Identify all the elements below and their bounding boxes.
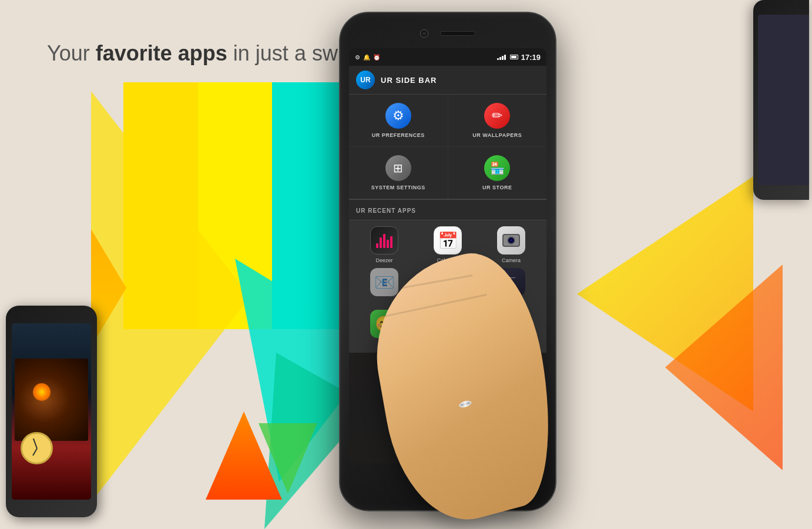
- preferences-icon: ⚙: [385, 103, 411, 129]
- phone-main-body: ⚙ 🔔 ⏰ 17:19: [339, 12, 556, 511]
- clock-face-left: [21, 432, 53, 464]
- front-camera: [420, 29, 428, 38]
- app-item-chrome[interactable]: Chrome: [418, 268, 477, 305]
- camera-label: Camera: [502, 257, 521, 263]
- screen-background: UR UR SIDE BAR ⚙ UR PREFERENCES: [349, 66, 546, 463]
- phone-left-screen-content: [12, 323, 91, 500]
- phone-left: [0, 306, 103, 529]
- camera-lens: [507, 236, 515, 245]
- calendar-icon-glyph: 📅: [438, 231, 458, 250]
- camera-icon: [497, 226, 525, 255]
- chrome-icon: [434, 268, 462, 296]
- deezer-bar-3: [383, 234, 385, 248]
- status-right-icons: 17:19: [497, 53, 541, 62]
- sidebar-menu-item-wallpapers[interactable]: ✏ UR WALLPAPERS: [448, 95, 547, 146]
- phone-home-button[interactable]: [433, 466, 462, 495]
- clock-widget: [21, 432, 53, 464]
- store-label: UR STORE: [482, 185, 512, 190]
- chrome-label: Chrome: [438, 299, 457, 305]
- settings-icon-glyph: ⊞: [393, 161, 403, 175]
- deezer-bar-5: [390, 236, 392, 248]
- svg-point-3: [447, 323, 449, 325]
- store-icon: 🏪: [484, 155, 510, 181]
- deezer-bar-1: [376, 243, 378, 248]
- recent-apps-header: UR RECENT APPS: [349, 200, 546, 220]
- app-item-calculator[interactable]: — + Calculator: [482, 268, 541, 305]
- phone-camera-area: [389, 25, 506, 42]
- sidebar-menu: ⚙ UR PREFERENCES ✏ UR WALLPAPERS: [349, 95, 546, 200]
- phone-main: ⚙ 🔔 ⏰ 17:19: [339, 12, 562, 511]
- chrome-ring-graphic: [438, 272, 458, 292]
- wallpapers-label: UR WALLPAPERS: [472, 132, 522, 138]
- dragon-background: [15, 359, 88, 441]
- sidebar-menu-item-settings[interactable]: ⊞ SYSTEM SETTINGS: [349, 147, 448, 199]
- phone-right-body: [753, 0, 809, 200]
- signal-bars-icon: [497, 54, 506, 60]
- deezer-bar-2: [380, 237, 382, 248]
- notification-icon: 🔔: [363, 54, 370, 61]
- signal-bar-3: [502, 56, 504, 60]
- app-item-calendar[interactable]: 📅 Calendar: [418, 226, 477, 263]
- status-time: 17:19: [521, 53, 541, 62]
- messaging-icon-glyph: 😊: [375, 315, 394, 333]
- sidebar-menu-item-store[interactable]: 🏪 UR STORE: [448, 147, 547, 199]
- recent-apps-title: UR RECENT APPS: [356, 207, 416, 214]
- status-left-icons: ⚙ 🔔 ⏰: [355, 54, 380, 61]
- calendar-label: Calendar: [437, 257, 459, 263]
- alarm-icon: ⏰: [373, 54, 380, 61]
- app-item-messaging[interactable]: 😊 …ing: [355, 310, 414, 347]
- app-item-clock[interactable]: Clock: [418, 310, 477, 347]
- sidebar-title: UR SIDE BAR: [381, 76, 437, 85]
- headline-prefix: Your: [47, 41, 96, 65]
- sidebar-logo: UR: [356, 71, 375, 89]
- status-bar: ⚙ 🔔 ⏰ 17:19: [349, 48, 546, 66]
- settings-icon: ⊞: [385, 155, 411, 181]
- calculator-label: Calculator: [499, 299, 524, 305]
- preferences-label: UR PREFERENCES: [372, 132, 425, 138]
- sidebar-header: UR UR SIDE BAR: [349, 66, 546, 95]
- messaging-icon: 😊: [370, 310, 398, 338]
- app-item-camera[interactable]: Camera: [482, 226, 541, 263]
- phone-right: [753, 0, 812, 206]
- deezer-label: Deezer: [375, 257, 392, 263]
- sidebar-panel: UR UR SIDE BAR ⚙ UR PREFERENCES: [349, 66, 546, 463]
- store-icon-glyph: 🏪: [490, 161, 505, 175]
- calculator-plus-glyph: +: [508, 282, 514, 292]
- clock-icon: [434, 310, 462, 338]
- clock-label: Clock: [441, 341, 455, 347]
- headline: Your favorite apps in just a swipe: [47, 41, 366, 66]
- app-grid: Deezer 📅 Calendar: [349, 220, 546, 353]
- deezer-icon: [370, 226, 398, 255]
- app-item-gmail[interactable]: 📧: [355, 268, 414, 305]
- phone-speaker: [440, 31, 475, 36]
- app-item-deezer[interactable]: Deezer: [355, 226, 414, 263]
- preferences-icon-glyph: ⚙: [392, 108, 404, 123]
- battery-icon: [510, 55, 518, 59]
- deezer-bar-4: [387, 240, 389, 248]
- messaging-label: …ing: [378, 341, 390, 347]
- phone-screen: ⚙ 🔔 ⏰ 17:19: [349, 48, 546, 463]
- camera-icon-inner: [502, 234, 520, 247]
- settings-status-icon: ⚙: [355, 54, 360, 61]
- signal-bar-4: [504, 55, 506, 60]
- calendar-icon: 📅: [434, 226, 462, 255]
- settings-label: SYSTEM SETTINGS: [371, 185, 425, 190]
- headline-bold: favorite apps: [96, 41, 227, 65]
- phone-left-body: [6, 306, 97, 517]
- phone-right-screen: [758, 15, 809, 185]
- wallpapers-icon: ✏: [484, 103, 510, 129]
- wallpapers-icon-glyph: ✏: [492, 108, 502, 123]
- signal-bar-1: [497, 58, 499, 60]
- signal-bar-2: [499, 57, 501, 60]
- calculator-minus-glyph: —: [507, 273, 515, 281]
- phone-left-screen: [12, 323, 91, 500]
- gmail-icon: 📧: [370, 268, 398, 296]
- calculator-icon: — +: [497, 268, 525, 296]
- sidebar-menu-item-preferences[interactable]: ⚙ UR PREFERENCES: [349, 95, 448, 146]
- gmail-icon-glyph: 📧: [374, 273, 395, 292]
- deezer-bars-graphic: [376, 233, 392, 248]
- clock-icon-svg: [438, 314, 458, 334]
